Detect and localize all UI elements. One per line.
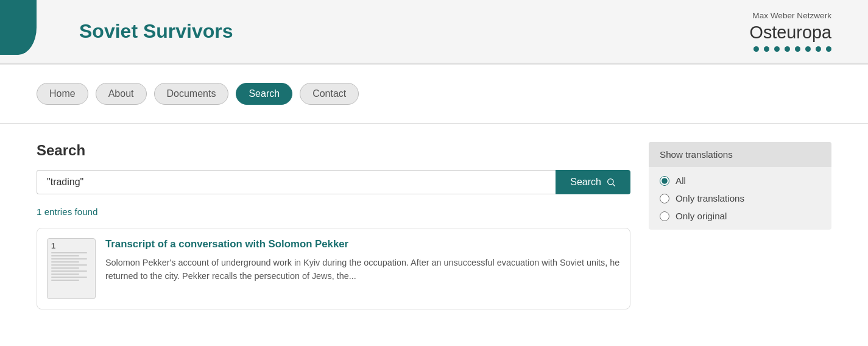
- nav-item-contact[interactable]: Contact: [300, 83, 359, 105]
- dot-decoration: [753, 46, 759, 52]
- header-right: Max Weber Netzwerk Osteuropa: [750, 11, 831, 52]
- result-thumbnail: 1: [47, 238, 96, 299]
- filter-radio-only_translations[interactable]: [660, 194, 669, 203]
- svg-point-0: [608, 179, 613, 185]
- search-content: Search Search 1 entries found 1: [37, 142, 630, 309]
- main-content: Search Search 1 entries found 1: [0, 124, 868, 328]
- filter-option-all[interactable]: All: [660, 175, 820, 186]
- dot-decoration: [774, 46, 780, 52]
- result-text: Transcript of a conversation with Solomo…: [105, 238, 620, 299]
- entries-count: 1 entries found: [37, 207, 630, 217]
- svg-line-1: [613, 184, 615, 186]
- dot-decoration: [805, 46, 811, 52]
- partner-journal: Osteuropa: [750, 23, 831, 43]
- page-title: Search: [37, 142, 630, 159]
- header-left: Soviet Survivors: [37, 20, 233, 43]
- filters-panel-header: Show translations: [649, 142, 831, 167]
- thumbnail-lines: [51, 252, 91, 283]
- dot-decoration: [816, 46, 821, 52]
- search-input[interactable]: [37, 170, 556, 194]
- site-header: Soviet Survivors Max Weber Netzwerk Oste…: [0, 0, 868, 65]
- result-title[interactable]: Transcript of a conversation with Solomo…: [105, 238, 620, 250]
- filter-label-only_translations: Only translations: [676, 193, 744, 203]
- search-icon: [606, 177, 616, 187]
- filters-panel-body: AllOnly translationsOnly original: [649, 167, 831, 230]
- search-button-label: Search: [570, 177, 601, 188]
- dot-decoration: [826, 46, 831, 52]
- nav-item-about[interactable]: About: [96, 83, 147, 105]
- filter-option-only_translations[interactable]: Only translations: [660, 193, 820, 203]
- filter-label-only_original: Only original: [676, 211, 727, 221]
- main-nav: Home About Documents Search Contact: [0, 65, 868, 124]
- partner-network: Max Weber Netzwerk: [752, 11, 831, 20]
- site-title: Soviet Survivors: [79, 20, 233, 43]
- sidebar: Show translations AllOnly translationsOn…: [649, 142, 831, 309]
- search-bar: Search: [37, 170, 630, 194]
- nav-item-home[interactable]: Home: [37, 83, 88, 105]
- filters-panel: Show translations AllOnly translationsOn…: [649, 142, 831, 230]
- dot-decoration: [785, 46, 790, 52]
- dot-decoration: [764, 46, 769, 52]
- result-number: 1: [51, 241, 55, 250]
- nav-item-documents[interactable]: Documents: [154, 83, 229, 105]
- dot-decoration: [795, 46, 800, 52]
- filter-option-only_original[interactable]: Only original: [660, 211, 820, 221]
- dots-decoration: [753, 46, 831, 52]
- result-card: 1 Transcript of a conversation with Solo…: [37, 228, 630, 309]
- teal-corner-decoration: [0, 0, 37, 55]
- search-button[interactable]: Search: [556, 170, 630, 194]
- filter-radio-only_original[interactable]: [660, 211, 669, 221]
- filter-label-all: All: [676, 175, 686, 186]
- nav-item-search[interactable]: Search: [236, 83, 292, 105]
- result-excerpt: Solomon Pekker's account of underground …: [105, 256, 620, 283]
- filter-radio-all[interactable]: [660, 176, 669, 186]
